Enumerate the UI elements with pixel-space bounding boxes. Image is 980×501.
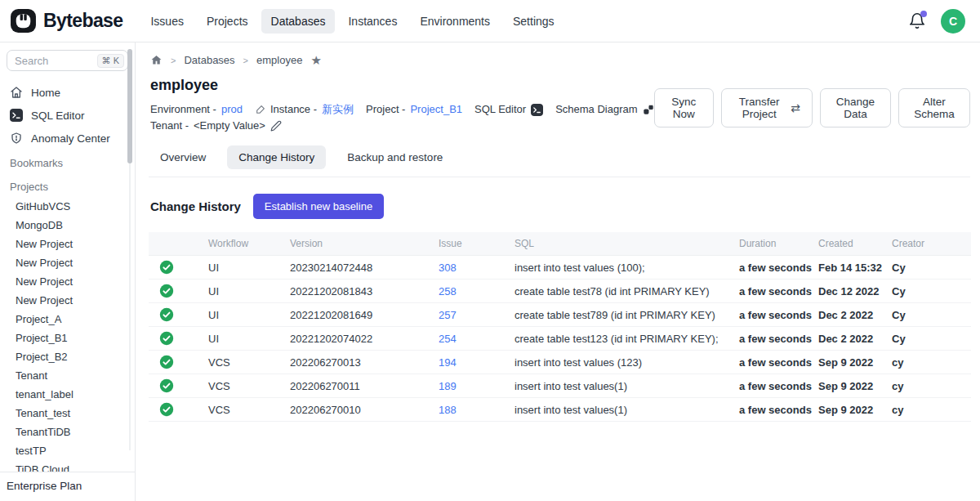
meta-tenant: Tenant - <Empty Value>: [150, 118, 282, 134]
version-cell: 202206270013: [290, 356, 439, 369]
table-row[interactable]: VCS 202206270013 194 insert into test va…: [149, 351, 971, 374]
sidebar: ⌘ K Home SQL Editor: [0, 42, 136, 501]
edit-pencil-icon[interactable]: [270, 120, 282, 132]
issue-link[interactable]: 188: [439, 404, 457, 416]
notifications-button[interactable]: [908, 12, 926, 30]
creator-cell: Cy: [892, 309, 971, 321]
sidebar-project-item[interactable]: GitHubVCS: [0, 197, 135, 216]
nav-item-projects[interactable]: Projects: [197, 9, 258, 34]
bookmarks-section-label: Bookmarks: [0, 151, 135, 173]
issue-link[interactable]: 194: [439, 356, 457, 369]
sidebar-scrollbar-thumb[interactable]: [127, 49, 132, 163]
breadcrumb-home-icon[interactable]: [150, 54, 163, 66]
table-row[interactable]: UI 20221202081843 258 create table test7…: [149, 280, 971, 303]
schema-diagram-shortcut[interactable]: Schema Diagram: [555, 101, 653, 118]
sidebar-item-label: Home: [31, 87, 60, 99]
col-issue: Issue: [439, 238, 514, 249]
sidebar-project-item[interactable]: New Project: [0, 235, 135, 253]
created-cell: Dec 2 2022: [818, 333, 892, 345]
primary-nav: IssuesProjectsDatabasesInstancesEnvironm…: [140, 9, 564, 34]
created-cell: Dec 2 2022: [818, 309, 892, 321]
page-actions: Sync Now Transfer Project ⇄ Change Data …: [654, 88, 970, 127]
sidebar-project-item[interactable]: Tenant_test: [0, 404, 135, 423]
sql-cell: insert into test values(1): [514, 404, 739, 416]
sync-now-button[interactable]: Sync Now: [654, 88, 715, 127]
instance-link[interactable]: 新实例: [322, 101, 354, 118]
sidebar-item-label: Anomaly Center: [31, 132, 110, 145]
search-box[interactable]: ⌘ K: [7, 50, 128, 71]
breadcrumb-databases[interactable]: Databases: [184, 54, 234, 66]
sidebar-project-item[interactable]: TenantTiDB: [0, 423, 135, 441]
tab-backup-and-restore[interactable]: Backup and restore: [336, 145, 454, 169]
table-row[interactable]: VCS 202206270011 189 insert into test va…: [149, 374, 971, 398]
col-created: Created: [818, 238, 892, 249]
creator-cell: cy: [892, 356, 971, 369]
sql-editor-icon: [10, 109, 23, 122]
sql-editor-icon: [531, 104, 543, 116]
sidebar-project-item[interactable]: New Project: [0, 272, 135, 291]
created-cell: Sep 9 2022: [818, 404, 892, 416]
table-header-row: Workflow Version Issue SQL Duration Crea…: [149, 232, 971, 256]
sidebar-project-item[interactable]: tenant_label: [0, 385, 135, 404]
table-row[interactable]: UI 20230214072448 308 insert into test v…: [149, 256, 971, 280]
avatar[interactable]: C: [941, 9, 965, 34]
created-cell: Sep 9 2022: [818, 380, 892, 392]
sql-cell: create table test78 (id int PRIMARY KEY): [514, 285, 739, 297]
change-data-button[interactable]: Change Data: [820, 88, 891, 127]
created-cell: Dec 12 2022: [818, 285, 892, 297]
version-cell: 20221202074022: [290, 333, 439, 345]
project-link[interactable]: Project_B1: [410, 101, 462, 118]
tab-change-history[interactable]: Change History: [227, 145, 326, 169]
issue-link[interactable]: 257: [439, 309, 457, 321]
col-duration: Duration: [739, 238, 818, 249]
workflow-cell: VCS: [208, 356, 290, 369]
sql-editor-shortcut[interactable]: SQL Editor: [474, 101, 543, 118]
transfer-project-button[interactable]: Transfer Project ⇄: [721, 88, 813, 127]
issue-link[interactable]: 254: [439, 333, 457, 345]
success-check-icon: [159, 260, 174, 275]
tab-overview[interactable]: Overview: [149, 145, 217, 169]
sidebar-item-anomaly-center[interactable]: Anomaly Center: [0, 127, 135, 150]
change-history-table: Workflow Version Issue SQL Duration Crea…: [149, 232, 971, 422]
sql-cell: insert into test values(1): [514, 380, 739, 392]
sidebar-project-item[interactable]: New Project: [0, 253, 135, 272]
sidebar-item-sql-editor[interactable]: SQL Editor: [0, 104, 135, 127]
alter-schema-button[interactable]: Alter Schema: [898, 88, 970, 127]
duration-cell: a few seconds: [739, 285, 818, 297]
sidebar-project-item[interactable]: Project_B1: [0, 329, 135, 347]
schema-diagram-icon: [643, 104, 654, 115]
sidebar-item-home[interactable]: Home: [0, 81, 135, 104]
bytebase-logo[interactable]: Bytebase: [10, 7, 122, 34]
sidebar-project-item[interactable]: Project_A: [0, 310, 135, 329]
sql-cell: insert into test values (100);: [514, 262, 739, 274]
table-row[interactable]: UI 20221202074022 254 create table test1…: [149, 327, 971, 351]
workflow-cell: UI: [208, 333, 290, 345]
environment-link[interactable]: prod: [221, 101, 243, 118]
sidebar-project-item[interactable]: Project_B2: [0, 347, 135, 366]
issue-link[interactable]: 189: [439, 380, 457, 392]
issue-link[interactable]: 308: [439, 262, 457, 274]
nav-item-databases[interactable]: Databases: [261, 9, 336, 34]
breadcrumb-employee[interactable]: employee: [256, 54, 302, 66]
issue-link[interactable]: 258: [439, 285, 457, 297]
sidebar-item-label: SQL Editor: [31, 110, 85, 122]
nav-item-environments[interactable]: Environments: [410, 9, 500, 34]
workflow-cell: UI: [208, 285, 290, 297]
plan-label[interactable]: Enterprise Plan: [0, 472, 135, 501]
shield-icon: [10, 132, 23, 145]
duration-cell: a few seconds: [739, 356, 818, 369]
sidebar-project-item[interactable]: MongoDB: [0, 216, 135, 235]
table-row[interactable]: VCS 202206270010 188 insert into test va…: [149, 398, 971, 422]
establish-baseline-button[interactable]: Establish new baseline: [253, 194, 384, 219]
table-row[interactable]: UI 20221202081649 257 create table test7…: [149, 303, 971, 327]
nav-item-settings[interactable]: Settings: [503, 9, 564, 34]
change-history-table-body: UI 20230214072448 308 insert into test v…: [149, 256, 971, 422]
search-input[interactable]: [15, 55, 75, 67]
sidebar-project-item[interactable]: Tenant: [0, 366, 135, 385]
workflow-cell: UI: [208, 309, 290, 321]
nav-item-instances[interactable]: Instances: [338, 9, 407, 34]
sidebar-project-item[interactable]: New Project: [0, 291, 135, 310]
sidebar-project-item[interactable]: testTP: [0, 441, 135, 460]
bookmark-star-icon[interactable]: ★: [310, 54, 321, 66]
nav-item-issues[interactable]: Issues: [140, 9, 193, 34]
